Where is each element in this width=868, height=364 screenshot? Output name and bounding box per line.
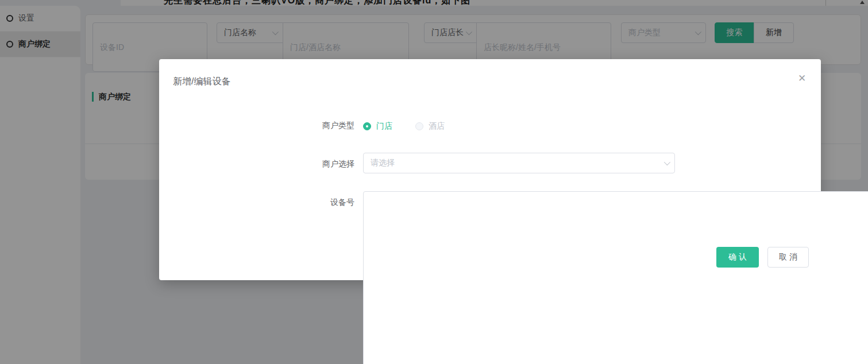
close-icon[interactable]: ✕	[796, 72, 808, 84]
radio-unselected-icon	[415, 122, 423, 130]
radio-label: 门店	[376, 121, 392, 131]
device-number-label: 设备号	[159, 198, 354, 208]
merchant-type-label: 商户类型	[159, 121, 354, 131]
merchant-type-radio-group: 门店 酒店	[363, 121, 675, 132]
radio-hotel[interactable]: 酒店	[415, 121, 445, 131]
radio-selected-icon	[363, 122, 371, 130]
select-placeholder: 请选择	[371, 158, 395, 168]
radio-label: 酒店	[429, 121, 445, 131]
merchant-select-label: 商户选择	[159, 159, 354, 169]
device-number-input[interactable]	[363, 191, 868, 364]
confirm-button[interactable]: 确 认	[716, 247, 759, 268]
add-edit-device-modal: 新增/编辑设备 ✕ 商户类型 门店 酒店 商户选择 请选择 设备号 确 认 取 …	[159, 59, 821, 280]
modal-title: 新增/编辑设备	[173, 76, 230, 88]
cancel-button[interactable]: 取 消	[767, 247, 809, 268]
chevron-down-icon	[664, 159, 670, 165]
merchant-select[interactable]: 请选择	[363, 153, 675, 173]
radio-store[interactable]: 门店	[363, 121, 392, 131]
